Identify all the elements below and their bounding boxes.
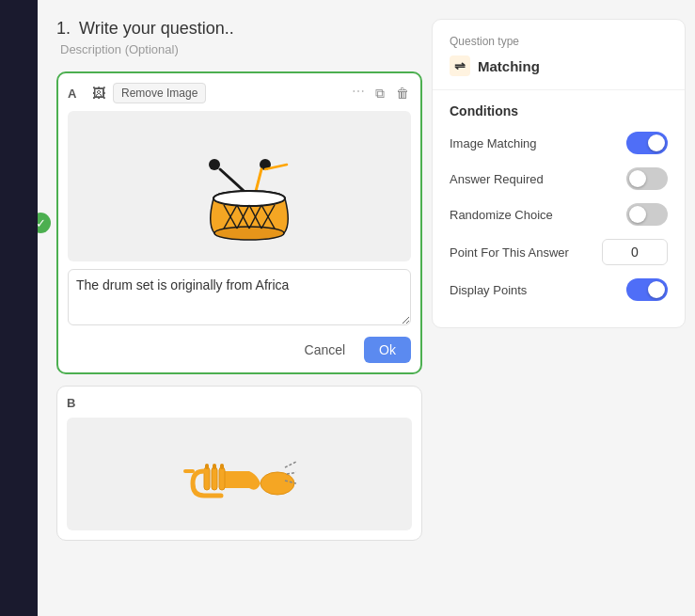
- image-matching-row: Image Matching: [450, 132, 668, 154]
- step-description: Description (Optional): [60, 42, 422, 56]
- display-points-label: Display Points: [450, 283, 527, 297]
- card-actions: Cancel Ok: [68, 337, 411, 363]
- ok-button[interactable]: Ok: [364, 337, 411, 363]
- svg-line-25: [287, 472, 296, 474]
- display-points-toggle[interactable]: [626, 278, 668, 301]
- svg-point-16: [261, 472, 294, 495]
- delete-button[interactable]: 🗑: [394, 84, 411, 103]
- card-label-b: B: [67, 396, 84, 410]
- answer-required-row: Answer Required: [450, 167, 668, 190]
- randomize-choice-thumb: [629, 206, 646, 223]
- randomize-choice-track: [626, 203, 668, 226]
- answer-required-toggle[interactable]: [626, 167, 668, 190]
- question-card-b: B: [56, 386, 422, 541]
- duplicate-button[interactable]: ⧉: [373, 84, 387, 103]
- drum-image-area: [68, 111, 411, 261]
- answer-required-track: [626, 167, 668, 190]
- point-row: Point For This Answer: [450, 239, 668, 265]
- card-header-icons: ⋯ ⧉ 🗑: [352, 84, 411, 103]
- main-content: 1. Write your question.. Description (Op…: [38, 0, 695, 616]
- svg-rect-20: [220, 464, 224, 469]
- image-icon: 🖼: [92, 86, 105, 101]
- conditions-body: Conditions Image Matching Answer Require…: [433, 90, 685, 327]
- answer-required-label: Answer Required: [450, 172, 544, 186]
- conditions-section: Question type ⇌ Matching Conditions Imag…: [432, 19, 686, 328]
- image-matching-toggle[interactable]: [626, 132, 668, 154]
- display-points-track: [626, 278, 668, 301]
- left-panel: 1. Write your question.. Description (Op…: [56, 19, 422, 607]
- drum-illustration: [179, 125, 301, 247]
- card-header-a: A 🖼 Remove Image ⋯ ⧉ 🗑: [68, 83, 411, 103]
- right-panel: Question type ⇌ Matching Conditions Imag…: [422, 19, 686, 607]
- svg-point-7: [213, 191, 285, 206]
- card-header-b: B: [67, 396, 412, 410]
- image-matching-track: [626, 132, 668, 154]
- answer-required-thumb: [629, 170, 646, 187]
- question-card-a: ✓ A 🖼 Remove Image ⋯ ⧉ 🗑: [56, 71, 422, 374]
- display-points-thumb: [648, 281, 665, 298]
- step-title: 1. Write your question..: [56, 19, 422, 39]
- trumpet-image-area: [67, 418, 412, 530]
- drag-handle-icon[interactable]: ⋯: [352, 84, 366, 103]
- randomize-choice-row: Randomize Choice: [450, 203, 668, 226]
- sidebar-strip: [0, 0, 38, 616]
- svg-line-24: [285, 462, 296, 467]
- point-input[interactable]: [602, 239, 668, 265]
- question-type-header: Question type ⇌ Matching: [433, 20, 685, 90]
- card-label-a: A: [68, 87, 85, 101]
- svg-point-0: [209, 159, 220, 170]
- display-points-row: Display Points: [450, 278, 668, 301]
- randomize-choice-toggle[interactable]: [626, 203, 668, 226]
- check-circle: ✓: [38, 213, 51, 233]
- image-matching-thumb: [648, 134, 665, 151]
- matching-icon: ⇌: [450, 55, 470, 76]
- image-matching-label: Image Matching: [450, 136, 537, 150]
- question-type-label: Question type: [450, 35, 668, 48]
- conditions-title: Conditions: [450, 103, 668, 118]
- answer-textarea[interactable]: [68, 269, 411, 325]
- remove-image-button[interactable]: Remove Image: [113, 83, 206, 103]
- svg-rect-22: [205, 464, 209, 469]
- svg-point-6: [214, 227, 284, 240]
- step-header: 1. Write your question.. Description (Op…: [56, 19, 422, 56]
- svg-rect-18: [212, 467, 217, 490]
- svg-rect-17: [219, 467, 225, 490]
- cancel-button[interactable]: Cancel: [293, 337, 357, 363]
- svg-rect-21: [213, 464, 216, 469]
- question-type-value: ⇌ Matching: [450, 55, 668, 76]
- randomize-choice-label: Randomize Choice: [450, 208, 553, 222]
- trumpet-illustration: [183, 432, 296, 516]
- point-label: Point For This Answer: [450, 245, 569, 260]
